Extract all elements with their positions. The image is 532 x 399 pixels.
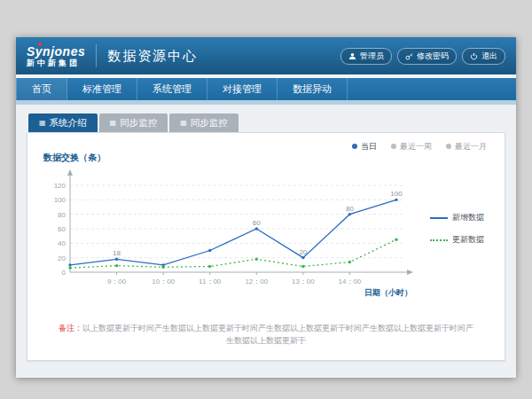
chart-row: 0204060801001209：0010：0011：0012：0013：001… [40, 164, 492, 299]
power-icon [470, 52, 478, 60]
svg-text:0: 0 [62, 269, 66, 277]
app-header: Synjones 新中新集团 数据资源中心 管理员 修改密码 [16, 37, 516, 74]
change-password-label: 修改密码 [417, 51, 449, 62]
tab-sync-monitor-2[interactable]: ▦ 同步监控 [169, 113, 239, 132]
svg-text:100: 100 [54, 196, 66, 204]
desktop-background: { "header": { "logo_name": "Synjones", "… [0, 0, 532, 399]
svg-text:20: 20 [299, 248, 307, 256]
content-area: ▦ 系统介绍 ▦ 同步监控 ▦ 同步监控 当日 最近一周 [16, 105, 516, 378]
solid-line-icon [430, 217, 448, 219]
filter-label: 最近一周 [400, 141, 432, 153]
svg-text:100: 100 [390, 190, 403, 198]
chart-panel: 当日 最近一周 最近一月 数据交换（条） 0204060801001209：00… [27, 132, 505, 361]
filter-last-month[interactable]: 最近一月 [446, 142, 487, 151]
key-icon [405, 52, 413, 60]
grid-icon: ▦ [39, 119, 46, 127]
footnote-label: 备注： [59, 324, 82, 332]
svg-text:18: 18 [113, 249, 121, 257]
svg-text:9：00: 9：00 [107, 278, 127, 286]
grid-icon: ▦ [180, 119, 187, 127]
filter-today[interactable]: 当日 [352, 142, 377, 151]
line-chart: 0204060801001209：0010：0011：0012：0013：001… [40, 164, 421, 299]
tab-label: 系统介绍 [50, 117, 87, 129]
nav-item-standard-mgmt[interactable]: 标准管理 [67, 78, 137, 100]
series-label: 新增数据 [452, 212, 484, 223]
svg-text:80: 80 [346, 205, 354, 213]
legend-dot [446, 144, 451, 149]
logout-button[interactable]: 退出 [462, 48, 505, 65]
range-filter-group: 当日 最近一周 最近一月 [40, 138, 492, 151]
admin-user-button[interactable]: 管理员 [340, 48, 392, 65]
svg-text:14：00: 14：00 [339, 278, 362, 286]
user-icon [348, 52, 356, 60]
dotted-line-icon [430, 239, 448, 241]
svg-text:80: 80 [58, 211, 66, 219]
legend-dot [391, 144, 396, 149]
footnote: 备注：以上数据更新于时间产生数据以上数据更新于时间产生数据以上数据更新于时间产生… [40, 322, 492, 348]
svg-text:120: 120 [54, 182, 66, 190]
nav-item-home[interactable]: 首页 [16, 78, 67, 100]
nav-item-system-mgmt[interactable]: 系统管理 [137, 78, 207, 100]
tab-label: 同步监控 [120, 117, 157, 129]
nav-item-data-change[interactable]: 数据异动 [278, 78, 348, 100]
main-nav: 首页 标准管理 系统管理 对接管理 数据异动 [16, 78, 516, 100]
svg-text:20: 20 [58, 254, 66, 262]
logo-wordmark: Synjones [27, 44, 85, 59]
legend-dot [352, 144, 357, 149]
logout-label: 退出 [481, 51, 497, 62]
filter-label: 当日 [361, 141, 377, 153]
y-axis-title: 数据交换（条） [43, 152, 492, 164]
app-window: Synjones 新中新集团 数据资源中心 管理员 修改密码 [16, 37, 516, 378]
change-password-button[interactable]: 修改密码 [397, 48, 457, 65]
tab-system-intro[interactable]: ▦ 系统介绍 [28, 113, 98, 132]
series-label: 更新数据 [452, 234, 484, 246]
legend-new-data[interactable]: 新增数据 [430, 212, 484, 223]
svg-text:10：00: 10：00 [152, 278, 175, 286]
admin-user-label: 管理员 [360, 51, 384, 62]
nav-item-integration-mgmt[interactable]: 对接管理 [207, 78, 278, 100]
tab-label: 同步监控 [191, 117, 228, 129]
svg-text:11：00: 11：00 [199, 278, 222, 286]
logo-company-name: 新中新集团 [27, 59, 85, 67]
svg-text:40: 40 [58, 239, 66, 247]
page-title: 数据资源中心 [107, 48, 198, 65]
header-actions: 管理员 修改密码 退出 [340, 48, 505, 65]
svg-text:60: 60 [253, 219, 261, 227]
svg-text:12：00: 12：00 [245, 278, 268, 286]
svg-text:13：00: 13：00 [292, 278, 315, 286]
footnote-text: 以上数据更新于时间产生数据以上数据更新于时间产生数据以上数据更新于时间产生数据以… [82, 324, 473, 345]
company-logo: Synjones 新中新集团 [27, 44, 85, 67]
grid-icon: ▦ [110, 119, 117, 127]
filter-label: 最近一月 [455, 141, 487, 153]
header-divider [96, 44, 97, 67]
filter-last-week[interactable]: 最近一周 [391, 142, 432, 151]
svg-text:60: 60 [58, 225, 66, 233]
tab-sync-monitor-1[interactable]: ▦ 同步监控 [99, 113, 168, 132]
tab-bar: ▦ 系统介绍 ▦ 同步监控 ▦ 同步监控 [28, 113, 505, 132]
series-legend: 新增数据 更新数据 [430, 212, 484, 246]
legend-update-data[interactable]: 更新数据 [430, 234, 484, 246]
svg-text:日期（小时）: 日期（小时） [364, 288, 412, 297]
